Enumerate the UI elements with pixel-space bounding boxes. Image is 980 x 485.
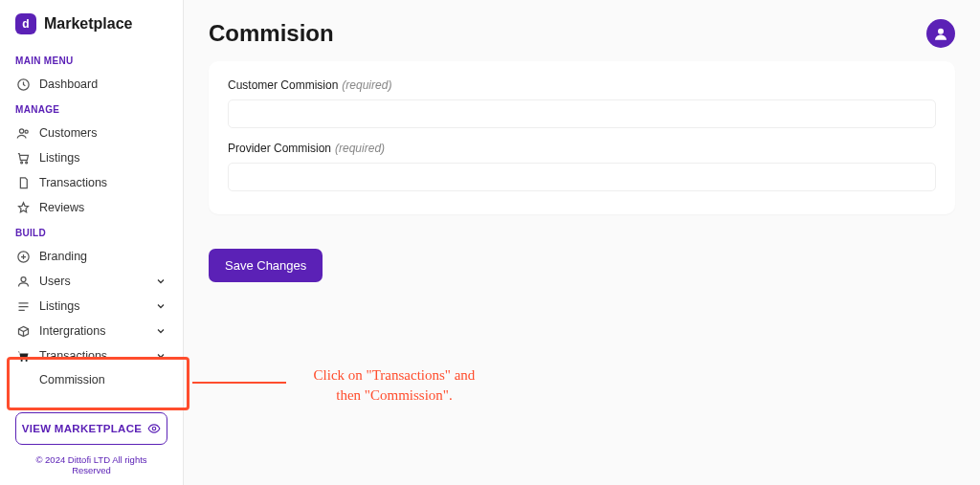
save-changes-button[interactable]: Save Changes [209, 249, 323, 282]
list-icon [15, 298, 31, 314]
view-marketplace-label: VIEW MARKETPLACE [22, 423, 143, 434]
field-label-row: Customer Commision (required) [228, 78, 936, 92]
logo-letter: d [22, 17, 29, 31]
main-content: Commision Customer Commision (required) … [184, 0, 980, 485]
view-marketplace-button[interactable]: VIEW MARKETPLACE [15, 412, 167, 445]
sidebar-item-label: Reviews [39, 201, 167, 214]
sidebar-item-listings-manage[interactable]: Listings [0, 145, 183, 170]
commission-card: Customer Commision (required) Provider C… [209, 61, 955, 214]
svg-point-6 [21, 276, 26, 281]
sidebar-item-label: Users [39, 275, 145, 288]
field-required: (required) [342, 78, 391, 92]
svg-point-10 [938, 29, 944, 34]
field-required: (required) [335, 142, 385, 155]
sidebar-footer: VIEW MARKETPLACE © 2024 Dittofi LTD All … [0, 412, 183, 485]
sidebar-item-label: Branding [39, 250, 167, 263]
star-icon [15, 200, 31, 215]
copyright-text: © 2024 Dittofi LTD All rights Reserved [15, 445, 167, 475]
field-label: Provider Commision [228, 142, 331, 155]
section-manage: MANAGE [0, 97, 183, 121]
sidebar-item-label: Intergrations [39, 324, 145, 338]
user-icon [15, 274, 31, 289]
sidebar-item-label: Listings [39, 151, 167, 165]
sidebar-item-listings-build[interactable]: Listings [0, 294, 183, 319]
provider-commission-field: Provider Commision (required) [228, 142, 936, 191]
sidebar-item-transactions-build[interactable]: Transactions [0, 343, 183, 368]
eye-icon [147, 422, 161, 435]
sidebar-item-users[interactable]: Users [0, 269, 183, 294]
svg-point-8 [25, 359, 27, 361]
sidebar-item-dashboard[interactable]: Dashboard [0, 72, 183, 97]
chevron-down-icon [154, 275, 167, 288]
logo-icon: d [15, 13, 36, 34]
document-icon [15, 175, 31, 190]
sidebar-item-label: Transactions [39, 176, 167, 189]
annotation-line-2: then "Commission". [289, 386, 500, 406]
annotation-line [192, 382, 286, 384]
sidebar-item-integrations[interactable]: Intergrations [0, 319, 183, 343]
people-icon [15, 125, 31, 141]
chevron-down-icon [154, 349, 167, 363]
svg-point-9 [153, 427, 157, 430]
sidebar-item-label: Dashboard [39, 77, 167, 91]
customer-commission-field: Customer Commision (required) [228, 78, 936, 128]
box-icon [15, 323, 31, 339]
customer-commission-input[interactable] [228, 99, 936, 128]
svg-point-7 [20, 359, 22, 361]
svg-point-1 [19, 128, 23, 132]
sidebar-item-reviews[interactable]: Reviews [0, 195, 183, 220]
chevron-down-icon [154, 299, 167, 313]
sidebar-item-label: Transactions [39, 349, 145, 363]
dashboard-icon [15, 77, 31, 92]
sidebar-item-label: Customers [39, 126, 167, 140]
sidebar-subitem-commission[interactable]: Commission [0, 368, 183, 391]
sidebar-item-customers[interactable]: Customers [0, 121, 183, 145]
field-label: Customer Commision [228, 78, 338, 92]
chevron-down-icon [154, 324, 167, 338]
section-main-menu: MAIN MENU [0, 48, 183, 72]
cart-filled-icon [15, 348, 31, 364]
brand: d Marketplace [0, 13, 183, 48]
sidebar-item-label: Listings [39, 299, 145, 313]
avatar[interactable] [926, 19, 955, 48]
annotation-text: Click on "Transactions" and then "Commis… [289, 365, 500, 406]
svg-point-2 [25, 130, 28, 133]
person-icon [932, 25, 949, 42]
plus-circle-icon [15, 249, 31, 264]
field-label-row: Provider Commision (required) [228, 142, 936, 155]
svg-point-3 [20, 161, 22, 163]
section-build: BUILD [0, 220, 183, 244]
sidebar-item-transactions-manage[interactable]: Transactions [0, 170, 183, 195]
page-title: Commision [209, 20, 334, 47]
svg-point-4 [25, 161, 27, 163]
cart-icon [15, 150, 31, 165]
sidebar-item-branding[interactable]: Branding [0, 244, 183, 269]
page-header: Commision [209, 19, 955, 48]
sidebar: d Marketplace MAIN MENU Dashboard MANAGE… [0, 0, 184, 485]
save-label: Save Changes [225, 258, 306, 273]
annotation-line-1: Click on "Transactions" and [289, 365, 500, 386]
sidebar-subitem-label: Commission [39, 373, 105, 386]
provider-commission-input[interactable] [228, 163, 936, 191]
brand-name: Marketplace [44, 15, 133, 33]
